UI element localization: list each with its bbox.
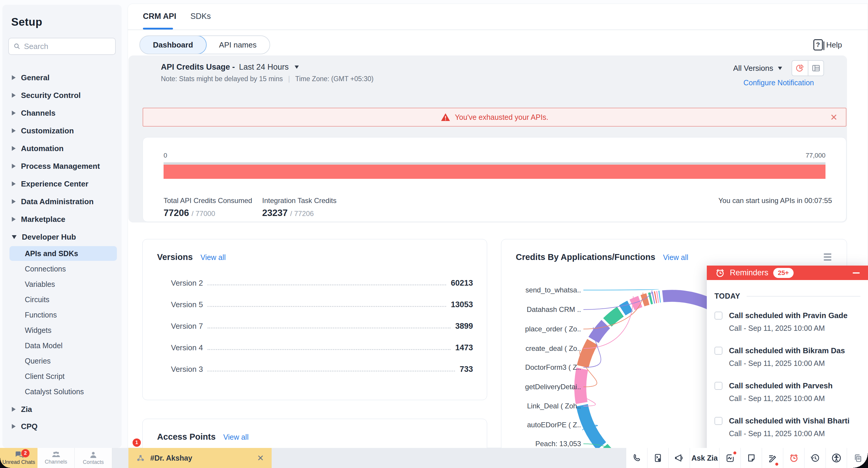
tab-sdks[interactable]: SDKs xyxy=(190,12,211,21)
usage-bar-chart: 0 77,000 xyxy=(163,152,826,179)
configure-notification-link[interactable]: Configure Notification xyxy=(743,78,814,87)
chat-tab-dr-akshay[interactable]: 1 #Dr. Akshay ✕ xyxy=(128,448,272,468)
sidebar-item-experience-center[interactable]: Experience Center xyxy=(2,176,122,191)
version-row: Version 260213 xyxy=(171,272,473,294)
tab-crm-api[interactable]: CRM API xyxy=(143,12,176,21)
sidebar-item-process-management[interactable]: Process Management xyxy=(2,159,122,173)
reminder-item[interactable]: Call scheduled with Vishal BhartiCall - … xyxy=(707,410,868,445)
history-button[interactable] xyxy=(804,448,826,468)
sidebar-item-marketplace[interactable]: Marketplace xyxy=(2,212,122,227)
sidebar-item-customization[interactable]: Customization xyxy=(2,123,122,138)
reminder-checkbox[interactable] xyxy=(714,347,722,355)
chevron-right-icon xyxy=(12,424,16,429)
notes-button[interactable] xyxy=(740,448,762,468)
table-icon xyxy=(812,64,820,73)
help-button[interactable]: ? Help xyxy=(813,39,842,51)
bottom-bar: 2 Unread Chats Channels Contacts 1 #Dr. … xyxy=(0,448,868,468)
version-row: Version 513053 xyxy=(171,294,473,315)
utility-icon-row: Ask Zia xyxy=(626,448,868,468)
sidebar-item-widgets[interactable]: Widgets xyxy=(9,323,117,338)
chevron-right-icon xyxy=(12,75,16,80)
notification-dot xyxy=(733,452,736,455)
sidebar-item-channels[interactable]: Channels xyxy=(2,106,122,121)
usage-note: Note: Stats might be delayed by 15 mins xyxy=(161,75,283,83)
version-row: Version 3733 xyxy=(171,359,473,380)
sidebar-title: Setup xyxy=(11,16,42,28)
table-view-button[interactable] xyxy=(808,61,824,75)
chart-table-toggle xyxy=(792,60,824,76)
reminder-item[interactable]: Call scheduled with Bikram DasCall - Sep… xyxy=(707,340,868,375)
sidebar-item-cpq[interactable]: CPQ xyxy=(2,419,122,434)
sidebar-item-developer-hub[interactable]: Developer Hub xyxy=(2,230,122,244)
accessibility-icon xyxy=(831,453,841,463)
script-log-button[interactable] xyxy=(647,448,669,468)
search-icon xyxy=(13,42,20,50)
chevron-right-icon xyxy=(12,146,16,151)
alarm-clock-icon xyxy=(715,268,725,278)
sidebar-search[interactable] xyxy=(8,38,116,55)
help-doc-icon: ? xyxy=(813,39,823,51)
reminder-checkbox[interactable] xyxy=(714,311,722,320)
announcements-button[interactable] xyxy=(669,448,690,468)
usage-title-row: API Credits Usage - Last 24 Hours xyxy=(161,63,299,72)
active-tab-underline xyxy=(143,28,173,30)
access-points-view-all-link[interactable]: View all xyxy=(223,433,249,441)
phone-button[interactable] xyxy=(626,448,647,468)
stat-total-consumed: Total API Credits Consumed 77206 / 77000 xyxy=(163,197,252,219)
tab-dashboard[interactable]: Dashboard xyxy=(140,35,207,54)
donut-label: Peach: 13,053 xyxy=(504,440,581,448)
network-icon xyxy=(136,454,145,462)
sidebar-item-automation[interactable]: Automation xyxy=(2,141,122,156)
channels-tab[interactable]: Channels xyxy=(37,448,75,468)
sidebar-item-circuits[interactable]: Circuits xyxy=(9,292,117,307)
sidebar-item-data-model[interactable]: Data Model xyxy=(9,338,117,353)
pie-view-button[interactable] xyxy=(792,61,808,75)
sidebar-item-variables[interactable]: Variables xyxy=(9,277,117,292)
donut-label: getDeliveryDetai.. xyxy=(504,383,581,391)
reminders-today-row: TODAY xyxy=(707,280,868,304)
chat-tab-badge: 1 xyxy=(132,438,141,447)
phone-icon xyxy=(632,453,642,463)
sidebar-item-catalyst-solutions[interactable]: Catalyst Solutions xyxy=(9,384,117,399)
tab-api-names[interactable]: API names xyxy=(206,36,270,54)
versions-card: Versions View all Version 260213 Version… xyxy=(142,239,487,400)
api-credits-usage-panel: API Credits Usage - Last 24 Hours Note: … xyxy=(128,56,847,223)
reminders-button-active[interactable] xyxy=(783,448,804,468)
search-input[interactable] xyxy=(24,42,111,51)
versions-view-all-link[interactable]: View all xyxy=(200,253,226,262)
sidebar-item-client-script[interactable]: Client Script xyxy=(9,369,117,383)
sidebar-item-apis-and-sdks[interactable]: APIs and SDKs xyxy=(9,246,117,261)
range-dropdown-icon[interactable] xyxy=(294,66,299,69)
all-versions-dropdown[interactable]: All Versions xyxy=(733,64,782,73)
sidebar-item-security-control[interactable]: Security Control xyxy=(2,88,122,103)
reminder-checkbox[interactable] xyxy=(714,382,722,390)
alert-close-icon[interactable]: ✕ xyxy=(830,112,838,123)
sidebar-item-general[interactable]: General xyxy=(2,70,122,85)
chevron-right-icon xyxy=(12,128,16,133)
zia-compose-button[interactable] xyxy=(762,448,783,468)
chevron-right-icon xyxy=(12,93,16,98)
sidebar-item-functions[interactable]: Functions xyxy=(9,307,117,322)
chat-close-icon[interactable]: ✕ xyxy=(257,453,264,463)
accessibility-button[interactable] xyxy=(826,448,847,468)
script-log-icon xyxy=(653,453,663,463)
contacts-tab[interactable]: Contacts xyxy=(75,448,112,468)
dashboard-toggle: Dashboard API names xyxy=(140,35,270,54)
minimize-icon[interactable] xyxy=(852,272,860,273)
donut-label: create_deal ( Zo.. xyxy=(504,344,581,353)
reminder-item[interactable]: Call scheduled with Pravin GadeCall - Se… xyxy=(707,304,868,340)
zia-pencil-icon xyxy=(768,453,777,463)
donut-label: Datahash CRM .. xyxy=(504,305,581,314)
sidebar-item-zia[interactable]: Zia xyxy=(2,402,122,417)
sidebar-item-connections[interactable]: Connections xyxy=(9,262,117,276)
version-row: Version 41473 xyxy=(171,337,473,359)
sidebar-item-queries[interactable]: Queries xyxy=(9,354,117,368)
megaphone-icon xyxy=(675,453,684,463)
ask-zia-button[interactable]: Ask Zia xyxy=(690,448,719,468)
sidebar-item-data-administration[interactable]: Data Administration xyxy=(2,194,122,209)
reminder-item[interactable]: Call scheduled with ParveshCall - Sep 11… xyxy=(707,375,868,410)
chevron-right-icon xyxy=(12,199,16,204)
access-points-title: Access Points xyxy=(157,432,216,442)
reminder-checkbox[interactable] xyxy=(714,417,722,425)
analytics-button[interactable] xyxy=(719,448,740,468)
